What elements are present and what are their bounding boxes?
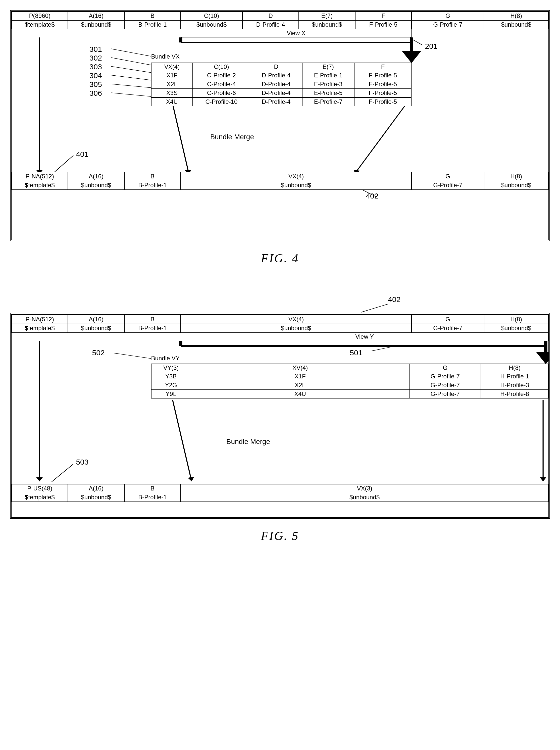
fig5-top-header: P-NA(512) A(16) B VX(4) G H(8) [12,314,548,324]
fig5-bottom-header: P-US(48) A(16) B VX(3) [12,484,548,493]
table-row: X4U C-Profile-10 D-Profile-4 E-Profile-7… [151,98,412,106]
h-a: A(16) [68,12,124,20]
h5-p: P-NA(512) [12,315,68,324]
v-e: $unbound$ [299,20,355,29]
bundle-vy-table: VY(3) XV(4) G H(8) Y3B X1F G-Profile-7 H… [151,363,548,398]
ref-303: 303 [89,63,102,71]
ref-301: 301 [89,45,102,54]
fig4-mid: Bundle VX 301 302 303 304 305 306 201 40… [12,37,548,198]
bh4: F [354,63,412,71]
v-h: $unbound$ [484,20,548,29]
v-d: D-Profile-4 [242,20,299,29]
b5-b: B [124,484,181,493]
bundle-vx-label: Bundle VX [151,53,180,60]
svg-line-9 [111,93,151,97]
bh-g: G [412,172,484,181]
svg-line-20 [114,353,151,358]
ref-304: 304 [89,71,102,80]
v-c: $unbound$ [181,20,242,29]
h-g: G [412,12,484,20]
svg-line-5 [111,58,151,65]
svg-line-12 [355,104,406,173]
fig4-caption: FIG. 4 [10,251,550,265]
ref-306: 306 [89,89,102,98]
v-f: F-Profile-5 [355,20,412,29]
h-d: D [242,12,299,20]
fig4-top-values: $template$ $unbound$ B-Profile-1 $unboun… [12,20,548,29]
fig4-panel: P(8960) A(16) B C(10) D E(7) F G H(8) $t… [10,10,550,241]
svg-line-15 [361,304,388,312]
fig5-viewy-row: View Y [12,333,548,341]
h-b: B [124,12,181,20]
table-row: VX(4) C(10) D E(7) F [151,63,412,71]
fig4-bottom-values: $template$ $unbound$ B-Profile-1 $unboun… [12,181,548,190]
table-row: Y2G X2L G-Profile-7 H-Profile-3 [151,381,548,390]
bh2: D [250,63,302,71]
svg-line-21 [371,346,398,351]
svg-line-7 [111,75,151,80]
table-row: X3S C-Profile-6 D-Profile-4 E-Profile-5 … [151,89,412,98]
table-row: Y3B X1F G-Profile-7 H-Profile-1 [151,372,548,381]
fig5-panel: P-NA(512) A(16) B VX(4) G H(8) $template… [10,313,550,519]
h5-b: B [124,315,181,324]
h-p: P(8960) [12,12,68,20]
v-b: B-Profile-1 [124,20,181,29]
figure-5: 402 P-NA(512) A(16) B VX(4) G H(8) $temp… [10,295,550,543]
svg-line-22 [173,400,192,480]
svg-line-4 [111,49,151,56]
bundle-vy-label: Bundle VY [151,355,180,362]
bundle-vx-table: VX(4) C(10) D E(7) F X1F C-Profile-2 D-P… [151,63,412,106]
svg-line-24 [52,464,73,482]
view-y-label: View Y [181,333,548,341]
h-c: C(10) [181,12,242,20]
ref-402b: 402 [388,295,400,304]
svg-line-13 [52,156,73,174]
ref-502: 502 [92,349,105,357]
fig4-top-header: P(8960) A(16) B C(10) D E(7) F G H(8) [12,12,548,20]
bh-p: P-NA(512) [12,172,68,181]
fig5-top-values: $template$ $unbound$ B-Profile-1 $unboun… [12,324,548,333]
fig5-top-leader [10,295,550,313]
fig4-viewx-row: View X [12,29,548,37]
h-h: H(8) [484,12,548,20]
h5-h: H(8) [484,315,548,324]
bvh1: XV(4) [191,363,409,372]
bvh2: G [409,363,481,372]
bh-vx: VX(4) [181,172,412,181]
svg-line-6 [111,66,151,73]
svg-line-8 [111,84,151,88]
table-row: X2L C-Profile-4 D-Profile-4 E-Profile-3 … [151,80,412,89]
fig5-bottom-values: $template$ $unbound$ B-Profile-1 $unboun… [12,493,548,502]
h5-g: G [412,315,484,324]
ref-401: 401 [76,150,88,159]
v-g: G-Profile-7 [412,20,484,29]
b5-p: P-US(48) [12,484,68,493]
svg-line-11 [173,104,189,173]
table-row: X1F C-Profile-2 D-Profile-4 E-Profile-1 … [151,71,412,80]
ref-503: 503 [76,458,88,466]
bundle-merge-label-5: Bundle Merge [226,438,270,446]
figure-4: P(8960) A(16) B C(10) D E(7) F G H(8) $t… [10,10,550,265]
bundle-merge-label: Bundle Merge [210,133,254,141]
bh-b: B [124,172,181,181]
ref-501: 501 [350,349,362,357]
h-f: F [355,12,412,20]
view-x-label: View X [181,29,412,37]
bh-a: A(16) [68,172,124,181]
bh1: C(10) [193,63,250,71]
table-row: VY(3) XV(4) G H(8) [151,363,548,372]
ref-305: 305 [89,80,102,89]
v-p: $template$ [12,20,68,29]
h-e: E(7) [299,12,355,20]
ref-402: 402 [366,192,378,200]
b5-vx: VX(3) [181,484,548,493]
fig5-bottom: P-US(48) A(16) B VX(3) $template$ $unbou… [12,484,548,502]
fig5-caption: FIG. 5 [10,529,550,543]
fig4-bottom-header: P-NA(512) A(16) B VX(4) G H(8) $template… [12,172,548,190]
bvh3: H(8) [481,363,548,372]
v-a: $unbound$ [68,20,124,29]
bvh0: VY(3) [151,363,191,372]
bh3: E(7) [302,63,354,71]
svg-line-10 [412,39,422,45]
ref-302: 302 [89,54,102,62]
